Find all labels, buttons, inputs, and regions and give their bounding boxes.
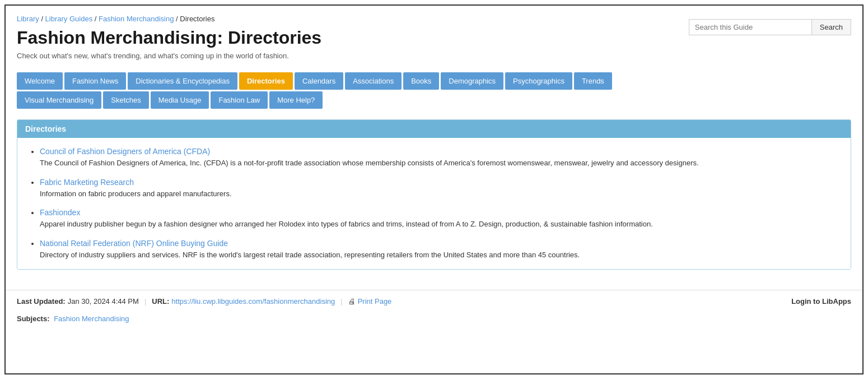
tab-visual-merchandising[interactable]: Visual Merchandising [17,91,101,109]
url-link[interactable]: https://liu.cwp.libguides.com/fashionmer… [171,297,335,306]
tab-calendars[interactable]: Calendars [295,72,343,90]
dir-link-fashiondex[interactable]: Fashiondex [40,208,839,217]
list-item: National Retail Federation (NRF) Online … [40,239,839,261]
footer-left: Last Updated: Jan 30, 2024 4:44 PM | URL… [17,297,791,306]
page-container: Library / Library Guides / Fashion Merch… [4,4,864,374]
main-content: Directories Council of Fashion Designers… [6,110,862,279]
directories-list: Council of Fashion Designers of America … [29,147,839,260]
page-subtitle: Check out what's new, what's trending, a… [17,52,321,60]
last-updated-value: Jan 30, 2024 4:44 PM [68,297,139,306]
footer-url: URL: https://liu.cwp.libguides.com/fashi… [152,297,335,306]
tab-welcome[interactable]: Welcome [17,72,63,90]
list-item: Council of Fashion Designers of America … [40,147,839,169]
dir-desc-fashiondex: Apparel industry publisher begun by a fa… [40,220,653,228]
footer-print: 🖨 Print Page [348,297,392,306]
breadcrumb-library-guides[interactable]: Library Guides [45,15,93,23]
footer: Last Updated: Jan 30, 2024 4:44 PM | URL… [6,290,862,312]
header: Library / Library Guides / Fashion Merch… [6,6,862,67]
login-libapps-link[interactable]: Login to LibApps [791,297,851,306]
last-updated-label: Last Updated: [17,297,66,306]
nav-row-2: Visual Merchandising Sketches Media Usag… [17,91,851,109]
directories-body: Council of Fashion Designers of America … [17,138,851,269]
tab-books[interactable]: Books [403,72,439,90]
directories-section-header: Directories [17,120,851,138]
url-label: URL: [152,297,169,306]
breadcrumb-current: Directories [180,15,214,23]
footer-last-updated: Last Updated: Jan 30, 2024 4:44 PM [17,297,139,306]
printer-icon: 🖨 [348,297,356,306]
tab-psychographics[interactable]: Psychographics [505,72,572,90]
dir-desc-cfda: The Council of Fashion Designers of Amer… [40,159,699,167]
list-item: Fabric Marketing Research Information on… [40,178,839,200]
tab-media-usage[interactable]: Media Usage [151,91,209,109]
footer-divider-1: | [144,297,146,306]
search-input[interactable] [689,19,812,35]
dir-desc-nrf: Directory of industry suppliers and serv… [40,251,580,259]
list-item: Fashiondex Apparel industry publisher be… [40,208,839,230]
dir-link-fabric-marketing[interactable]: Fabric Marketing Research [40,178,839,187]
dir-link-nrf[interactable]: National Retail Federation (NRF) Online … [40,239,839,248]
footer-divider-2: | [340,297,342,306]
directories-box: Directories Council of Fashion Designers… [17,119,851,270]
tab-more-help[interactable]: More Help? [269,91,323,109]
footer-login: Login to LibApps [791,297,851,306]
breadcrumb-library[interactable]: Library [17,15,39,23]
tab-fashion-law[interactable]: Fashion Law [211,91,268,109]
page-title: Fashion Merchandising: Directories [17,27,321,48]
breadcrumb: Library / Library Guides / Fashion Merch… [17,15,321,23]
subjects-link[interactable]: Fashion Merchandising [54,314,129,323]
search-button[interactable]: Search [812,19,851,35]
dir-desc-fabric-marketing: Information on fabric producers and appa… [40,189,232,198]
tab-directories[interactable]: Directories [239,72,293,90]
tab-demographics[interactable]: Demographics [441,72,503,90]
tab-sketches[interactable]: Sketches [103,91,148,109]
tab-trends[interactable]: Trends [574,72,612,90]
nav-tabs: Welcome Fashion News Dictionaries & Ency… [6,67,862,109]
footer-subjects: Subjects: Fashion Merchandising [6,312,862,330]
tab-associations[interactable]: Associations [345,72,402,90]
header-left: Library / Library Guides / Fashion Merch… [17,15,321,67]
breadcrumb-fashion-merchandising[interactable]: Fashion Merchandising [99,15,174,23]
dir-link-cfda[interactable]: Council of Fashion Designers of America … [40,147,839,156]
nav-row-1: Welcome Fashion News Dictionaries & Ency… [17,72,851,90]
tab-fashion-news[interactable]: Fashion News [64,72,126,90]
search-area: Search [689,19,851,35]
print-page-link[interactable]: Print Page [358,297,392,306]
subjects-label: Subjects: [17,314,50,323]
tab-dictionaries-encyclopedias[interactable]: Dictionaries & Encyclopedias [128,72,237,90]
